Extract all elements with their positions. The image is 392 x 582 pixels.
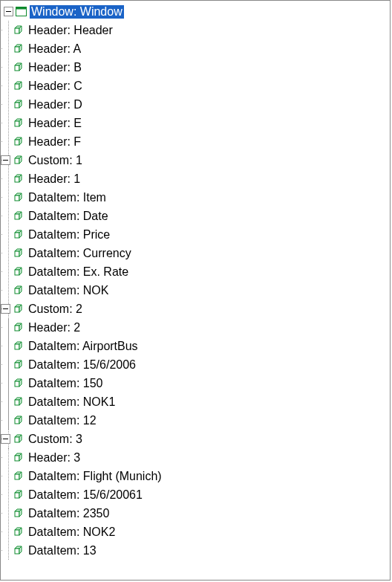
svg-rect-57 (15, 344, 19, 349)
node-label[interactable]: Header: 2 (27, 321, 82, 334)
node-label[interactable]: Custom: 1 (27, 154, 84, 167)
svg-rect-26 (15, 158, 19, 164)
node-label[interactable]: DataItem: 2350 (27, 507, 111, 520)
tree-item[interactable]: DataItem: Currency (1, 244, 390, 262)
cube-icon (12, 99, 24, 111)
svg-rect-79 (15, 474, 19, 479)
node-label[interactable]: Header: B (27, 61, 83, 74)
node-label[interactable]: Header: D (27, 98, 84, 111)
node-label[interactable]: DataItem: NOK1 (27, 395, 117, 409)
tree-header-item[interactable]: Header: A (1, 39, 390, 58)
node-label[interactable]: DataItem: Flight (Munich) (27, 470, 163, 483)
node-label[interactable]: Custom: 2 (27, 303, 84, 316)
tree-item[interactable]: DataItem: NOK1 (1, 392, 390, 411)
svg-rect-44 (15, 270, 19, 275)
tree-item[interactable]: DataItem: NOK (1, 281, 390, 300)
cube-icon (12, 340, 24, 352)
node-label[interactable]: Header: E (27, 117, 83, 130)
tree-custom-group[interactable]: Custom: 2 Header: 2 DataItem: AirportBus… (1, 300, 390, 430)
svg-rect-35 (15, 214, 19, 219)
cube-icon (12, 452, 24, 464)
tree-item[interactable]: DataItem: Price (1, 225, 390, 244)
node-label[interactable]: DataItem: 15/6/2006 (27, 358, 137, 372)
expander-toggle[interactable] (4, 7, 13, 16)
tree-item[interactable]: DataItem: 12 (1, 411, 390, 430)
tree-item[interactable]: DataItem: 150 (1, 374, 390, 392)
node-label[interactable]: Header: F (27, 135, 82, 149)
cube-icon (12, 43, 24, 55)
tree-header-item[interactable]: Header: F (1, 132, 390, 151)
node-label[interactable]: DataItem: AirportBus (27, 340, 140, 353)
node-label[interactable]: Header: C (27, 80, 84, 93)
cube-icon (12, 433, 24, 445)
tree-item[interactable]: DataItem: 15/6/2006 (1, 355, 390, 374)
tree-item[interactable]: DataItem: 13 (1, 541, 390, 560)
cube-icon (12, 471, 24, 482)
tree-header-item[interactable]: Header: Header (1, 21, 390, 39)
tree-item[interactable]: DataItem: 15/6/20061 (1, 485, 390, 504)
svg-rect-88 (15, 530, 19, 535)
tree-header-item[interactable]: Header: B (1, 58, 390, 77)
svg-rect-10 (15, 65, 19, 71)
node-label[interactable]: DataItem: NOK2 (27, 526, 117, 539)
cube-icon (12, 396, 24, 408)
tree-item[interactable]: DataItem: NOK2 (1, 523, 390, 541)
tree-root-node[interactable]: Window: Window Header: Header Header: A … (1, 2, 390, 560)
children: Header: 3 DataItem: Flight (Munich) Data… (1, 448, 390, 560)
svg-rect-32 (15, 195, 19, 201)
tree-item[interactable]: Header: 2 (1, 318, 390, 337)
svg-rect-7 (15, 47, 19, 52)
tree-item[interactable]: DataItem: 2350 (1, 504, 390, 523)
tree-item[interactable]: DataItem: AirportBus (1, 337, 390, 355)
tree-item[interactable]: DataItem: Flight (Munich) (1, 467, 390, 485)
node-label[interactable]: Header: 3 (27, 451, 82, 465)
svg-rect-2 (16, 7, 26, 10)
svg-rect-85 (15, 511, 19, 517)
tree-item[interactable]: Header: 3 (1, 448, 390, 467)
node-label[interactable]: DataItem: NOK (27, 284, 110, 297)
cube-icon (12, 266, 24, 278)
node-label[interactable]: Header: Header (27, 24, 114, 37)
node-label[interactable]: DataItem: 150 (27, 377, 105, 390)
node-label[interactable]: DataItem: 12 (27, 414, 98, 427)
node-label[interactable]: DataItem: Price (27, 228, 111, 242)
tree-item[interactable]: DataItem: Ex. Rate (1, 262, 390, 281)
node-label[interactable]: Custom: 3 (27, 433, 84, 446)
cube-icon (12, 155, 24, 166)
tree-custom-group[interactable]: Custom: 1 Header: 1 DataItem: Item DataI… (1, 151, 390, 300)
node-label[interactable]: DataItem: Currency (27, 247, 133, 260)
cube-icon (12, 489, 24, 501)
svg-rect-69 (15, 418, 19, 424)
cube-icon (12, 248, 24, 259)
tree-root-list: Window: Window Header: Header Header: A … (1, 2, 390, 560)
tree-header-item[interactable]: Header: E (1, 114, 390, 132)
node-label[interactable]: DataItem: Date (27, 210, 110, 223)
root-label[interactable]: Window: Window (30, 5, 124, 19)
tree-custom-group[interactable]: Custom: 3 Header: 3 DataItem: Flight (Mu… (1, 430, 390, 560)
expander-toggle[interactable] (1, 155, 10, 165)
cube-icon (12, 415, 24, 427)
node-label[interactable]: DataItem: 13 (27, 544, 98, 557)
node-label[interactable]: DataItem: Ex. Rate (27, 265, 130, 279)
svg-rect-76 (15, 456, 19, 461)
tree-header-item[interactable]: Header: C (1, 77, 390, 95)
svg-rect-63 (15, 381, 19, 387)
node-label[interactable]: DataItem: Item (27, 191, 108, 204)
tree-panel: Window: Window Header: Header Header: A … (0, 0, 391, 581)
svg-rect-73 (15, 437, 19, 442)
expander-toggle[interactable] (1, 304, 10, 314)
cube-icon (12, 229, 24, 241)
node-label[interactable]: DataItem: 15/6/20061 (27, 488, 144, 502)
cube-icon (12, 62, 24, 74)
svg-rect-4 (15, 28, 19, 33)
tree-item[interactable]: DataItem: Date (1, 207, 390, 225)
cube-icon (12, 508, 24, 520)
node-label[interactable]: Header: A (27, 42, 82, 56)
svg-rect-19 (15, 121, 19, 126)
tree-item[interactable]: Header: 1 (1, 169, 390, 188)
tree-header-item[interactable]: Header: D (1, 95, 390, 114)
tree-item[interactable]: DataItem: Item (1, 188, 390, 207)
cube-icon (12, 359, 24, 371)
expander-toggle[interactable] (1, 434, 10, 444)
node-label[interactable]: Header: 1 (27, 172, 82, 186)
